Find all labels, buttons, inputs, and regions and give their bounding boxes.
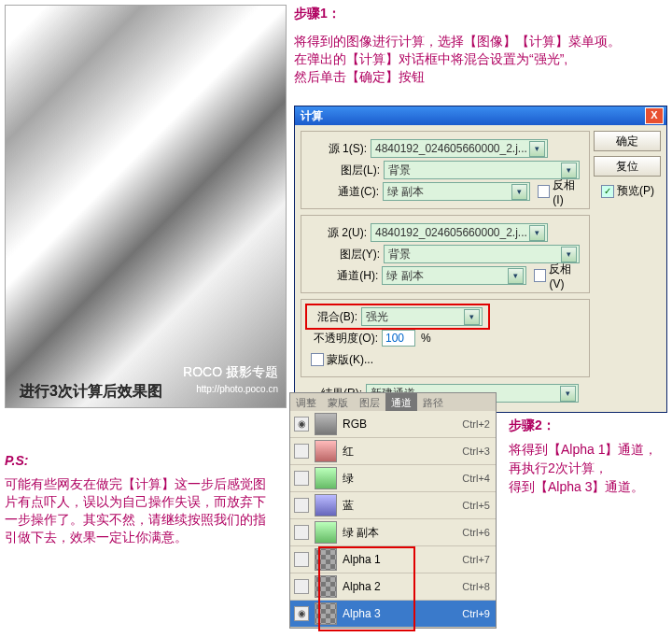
step1-line2: 在弹出的【计算】对话框中将混合设置为“强光”, [294, 50, 667, 68]
channel-name: 绿 副本 [343, 525, 462, 541]
close-icon[interactable]: X [645, 107, 664, 124]
blend-mode-select[interactable]: 强光▾ [361, 307, 483, 326]
channel-shortcut: Ctrl+9 [462, 608, 490, 619]
src1-layer-select[interactable]: 背景▾ [384, 161, 580, 179]
step2-line1: 将得到【Alpha 1】通道， [509, 440, 657, 459]
mask-checkbox[interactable] [311, 353, 324, 366]
src2-label: 源 2(U): [305, 225, 367, 241]
dialog-title: 计算 [301, 108, 645, 124]
channel-shortcut: Ctrl+5 [462, 500, 490, 511]
tab-通道[interactable]: 通道 [385, 393, 417, 411]
channel-shortcut: Ctrl+4 [462, 473, 490, 484]
src2-layer-select[interactable]: 背景▾ [384, 245, 580, 263]
src2-channel-label: 通道(H): [333, 268, 378, 284]
watermark-text: ROCO 摄影专题 [183, 364, 278, 381]
channel-name: Alpha 3 [343, 607, 462, 620]
chevron-down-icon: ▾ [529, 225, 545, 241]
step2-text: 步骤2： 将得到【Alpha 1】通道， 再执行2次计算， 得到【Alpha 3… [509, 416, 657, 496]
visibility-icon[interactable] [294, 552, 309, 567]
src1-channel-label: 通道(C): [333, 184, 379, 200]
src2-file-value: 4840192_024605660000_2.j... [375, 226, 527, 239]
channel-name: 绿 [343, 471, 462, 487]
blend-highlight: 混合(B): 强光▾ [305, 304, 490, 330]
src1-layer-value: 背景 [388, 163, 411, 178]
channel-thumb [315, 548, 337, 571]
src2-invert-checkbox[interactable] [534, 269, 547, 282]
src1-channel-select[interactable]: 绿 副本▾ [383, 182, 529, 201]
src1-file-select[interactable]: 4840192_024605660000_2.j...▾ [371, 139, 548, 158]
src1-invert-checkbox[interactable] [538, 185, 551, 198]
channel-row[interactable]: ◉Alpha 3Ctrl+9 [290, 601, 496, 628]
channel-shortcut: Ctrl+8 [462, 581, 490, 592]
preview-label: 预览(P) [617, 183, 654, 199]
channel-thumb [315, 602, 337, 625]
channel-thumb [315, 467, 337, 489]
step2-line2: 再执行2次计算， [509, 459, 657, 477]
calculations-dialog: 计算 X 确定 复位 ✓ 预览(P) 源 1(S): 4840192_02460… [294, 106, 667, 413]
tab-图层[interactable]: 图层 [354, 393, 385, 411]
visibility-icon[interactable] [294, 498, 309, 513]
dialog-titlebar[interactable]: 计算 X [295, 106, 666, 125]
src1-channel-value: 绿 副本 [387, 184, 424, 200]
visibility-icon[interactable] [294, 444, 309, 459]
tab-蒙版[interactable]: 蒙版 [322, 393, 354, 411]
ps-note: P.S: 可能有些网友在做完【计算】这一步后感觉图片有点吓人，误以为自己操作失误… [5, 452, 275, 546]
src1-layer-label: 图层(L): [333, 163, 380, 178]
channel-shortcut: Ctrl+6 [462, 527, 490, 538]
reset-button[interactable]: 复位 [594, 156, 661, 177]
channel-row[interactable]: Alpha 2Ctrl+8 [290, 573, 496, 601]
channels-panel: 调整蒙版图层通道路径 ◉RGBCtrl+2红Ctrl+3绿Ctrl+4蓝Ctrl… [289, 392, 497, 629]
preview-checkbox[interactable]: ✓ [601, 185, 614, 198]
image-caption: 进行3次计算后效果图 [20, 382, 162, 402]
channel-row[interactable]: 绿 副本Ctrl+6 [290, 519, 496, 546]
src2-invert-label: 反相(V) [549, 262, 585, 290]
panel-tabs: 调整蒙版图层通道路径 [290, 393, 496, 411]
src2-channel-select[interactable]: 绿 副本▾ [382, 266, 526, 285]
visibility-icon[interactable] [294, 525, 309, 540]
channel-name: 红 [343, 444, 462, 460]
channel-shortcut: Ctrl+7 [462, 554, 490, 565]
step1-heading: 步骤1： [294, 6, 341, 22]
chevron-down-icon: ▾ [560, 386, 576, 402]
channel-row[interactable]: Alpha 1Ctrl+7 [290, 546, 496, 573]
channel-row[interactable]: 蓝Ctrl+5 [290, 492, 496, 519]
channel-name: Alpha 1 [343, 553, 462, 566]
visibility-icon[interactable] [294, 471, 309, 486]
percent-sign: % [421, 332, 431, 345]
channel-row[interactable]: 绿Ctrl+4 [290, 465, 496, 492]
blend-value: 强光 [366, 309, 388, 325]
channel-thumb [315, 494, 337, 517]
step1-line3: 然后单击【确定】按钮 [294, 68, 667, 86]
channel-row[interactable]: ◉RGBCtrl+2 [290, 411, 496, 438]
src2-channel-value: 绿 副本 [386, 268, 423, 284]
step1-text: 将得到的图像进行计算，选择【图像】【计算】菜单项。 在弹出的【计算】对话框中将混… [294, 33, 667, 86]
opacity-label: 不透明度(O): [305, 331, 378, 347]
ps-heading: P.S: [5, 452, 275, 470]
blend-label: 混合(B): [309, 309, 357, 325]
visibility-icon[interactable]: ◉ [294, 417, 309, 432]
src1-file-value: 4840192_024605660000_2.j... [375, 142, 527, 155]
visibility-icon[interactable]: ◉ [294, 606, 309, 621]
visibility-icon[interactable] [294, 579, 309, 594]
channel-row[interactable]: 红Ctrl+3 [290, 438, 496, 465]
src2-layer-value: 背景 [388, 247, 411, 262]
step2-line3: 得到【Alpha 3】通道。 [509, 477, 657, 496]
channel-thumb [315, 575, 337, 598]
src2-file-select[interactable]: 4840192_024605660000_2.j...▾ [371, 223, 548, 242]
chevron-down-icon: ▾ [561, 247, 577, 262]
ok-button[interactable]: 确定 [594, 131, 661, 151]
tab-调整[interactable]: 调整 [290, 393, 322, 411]
channel-name: Alpha 2 [343, 580, 462, 593]
chevron-down-icon: ▾ [511, 184, 527, 200]
src2-layer-label: 图层(Y): [333, 247, 380, 262]
channel-thumb [315, 440, 337, 462]
src1-invert-label: 反相(I) [553, 177, 585, 206]
chevron-down-icon: ▾ [529, 141, 545, 157]
sample-image: ROCO 摄影专题 http://photo.poco.cn 进行3次计算后效果… [5, 5, 287, 408]
tab-路径[interactable]: 路径 [417, 393, 449, 411]
step1-line1: 将得到的图像进行计算，选择【图像】【计算】菜单项。 [294, 33, 667, 50]
channel-thumb [315, 521, 337, 544]
chevron-down-icon: ▾ [561, 163, 577, 178]
opacity-input[interactable]: 100 [382, 330, 415, 347]
chevron-down-icon: ▾ [508, 268, 524, 284]
